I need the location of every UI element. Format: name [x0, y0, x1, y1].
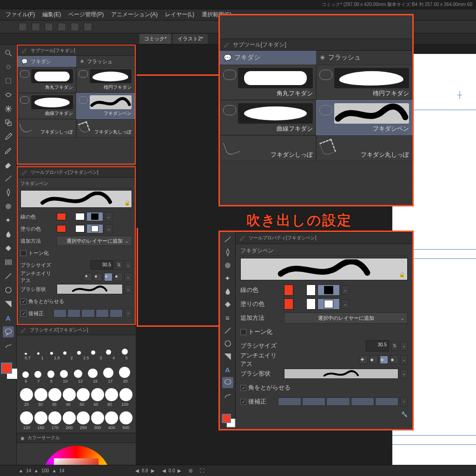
chevron-down-icon[interactable]: ⌄ — [342, 299, 349, 309]
select-rect-icon[interactable] — [3, 75, 14, 86]
brush-tool-icon[interactable] — [222, 234, 233, 245]
menu-edit[interactable]: 編集(E) — [40, 9, 64, 20]
fill-sub-swatch[interactable] — [75, 225, 85, 232]
blend-icon[interactable] — [3, 229, 14, 240]
subtool-balloon-pen[interactable]: フキダシペン — [316, 100, 412, 135]
subtool-balloon-tail[interactable]: フキダシしっぽ — [220, 135, 316, 161]
subtool-curve-balloon[interactable]: 曲線フキダシ — [18, 93, 76, 119]
airbrush-icon[interactable] — [222, 260, 233, 271]
delete-icon[interactable] — [84, 23, 92, 31]
brush-size-dot[interactable] — [25, 353, 26, 355]
dip-pen-icon[interactable] — [222, 247, 233, 258]
brush-size-dot[interactable] — [77, 351, 81, 355]
chevron-down-icon[interactable]: ⌄ — [400, 341, 408, 350]
move-tool-icon[interactable] — [3, 61, 14, 73]
brush-size-dot[interactable] — [63, 411, 76, 424]
brush-size-dot[interactable] — [63, 388, 76, 401]
brush-size-dot[interactable] — [91, 350, 95, 355]
brush-size-dot[interactable] — [20, 388, 33, 401]
chevron-down-icon[interactable]: ⌄ — [105, 212, 112, 221]
move-layer-icon[interactable] — [3, 103, 14, 114]
fill-icon[interactable] — [3, 243, 14, 254]
subtool-balloon-round-tail[interactable]: フキダシ丸しっぽ — [76, 119, 135, 138]
antialias-option-strong[interactable]: ● — [390, 356, 398, 364]
brush-size-dot[interactable] — [50, 352, 53, 355]
fill-sub-swatch[interactable] — [306, 298, 316, 310]
undo-icon[interactable] — [58, 23, 66, 31]
sharpen-checkbox[interactable] — [20, 298, 26, 304]
color-swatches[interactable] — [222, 414, 235, 428]
subtool-balloon-pen[interactable]: フキダシペン — [76, 93, 135, 119]
brush-size-dot[interactable] — [34, 388, 47, 401]
menu-page[interactable]: ページ管理(P) — [66, 9, 106, 20]
brush-size-dot[interactable] — [47, 370, 55, 378]
fill-color-swatch[interactable] — [57, 225, 66, 232]
brush-size-dot[interactable] — [119, 367, 130, 378]
line-color-swatch[interactable] — [284, 284, 293, 296]
new-icon[interactable] — [19, 23, 27, 31]
brush-size-dot[interactable] — [88, 369, 98, 378]
menu-file[interactable]: ファイル(F) — [3, 9, 38, 20]
subtool-tab-flash[interactable]: ✳ フラッシュ — [76, 56, 135, 67]
subtool-ellipse-balloon[interactable]: 楕円フキダシ — [76, 67, 135, 93]
brush-tool-icon[interactable] — [3, 173, 14, 184]
foreground-background-swatch[interactable] — [1, 363, 18, 379]
line-icon[interactable] — [3, 271, 14, 282]
shape-icon[interactable] — [3, 284, 14, 296]
tone-checkbox[interactable] — [20, 250, 26, 256]
line-color-swatch[interactable] — [57, 213, 66, 220]
chevron-down-icon[interactable]: ⌄ — [342, 285, 349, 295]
brush-size-dot[interactable] — [119, 388, 132, 401]
wrench-icon[interactable]: 🔧 — [240, 411, 408, 417]
text-tool-icon[interactable]: A — [222, 364, 233, 375]
lasso-icon[interactable] — [3, 89, 14, 100]
chevron-down-icon[interactable]: ⌄ — [125, 260, 132, 270]
antialias-option-weak[interactable]: ● — [94, 273, 102, 281]
antialias-option-mid[interactable]: ● — [104, 273, 112, 281]
chevron-right-icon[interactable]: › — [400, 397, 408, 406]
subtool-ellipse-balloon[interactable]: 楕円フキダシ — [316, 65, 412, 100]
brush-size-dot[interactable] — [74, 370, 82, 378]
brush-size-dot[interactable] — [91, 411, 104, 424]
gradient-icon[interactable]: ≡ — [222, 312, 233, 323]
chevron-down-icon[interactable]: ⌄ — [105, 224, 112, 233]
antialias-option-strong[interactable]: ● — [114, 273, 123, 281]
subtool-tab-balloon[interactable]: 💬 フキダシ — [220, 51, 316, 65]
line-sub-swatch[interactable] — [75, 213, 85, 220]
brush-shape-preview[interactable] — [284, 369, 398, 379]
line-main-select[interactable] — [86, 212, 103, 221]
antialias-option-weak[interactable]: ● — [370, 356, 378, 364]
subtool-balloon-round-tail[interactable]: フキダシ丸しっぽ — [316, 135, 412, 161]
brush-size-dot[interactable] — [103, 368, 113, 378]
brush-size-dot[interactable] — [77, 388, 90, 401]
lock-icon[interactable]: 🔒 — [399, 271, 404, 277]
brush-size-dot[interactable] — [34, 371, 41, 378]
brush-size-dot[interactable] — [77, 411, 90, 424]
add-method-select[interactable]: 選択中のレイヤーに追加 — [57, 236, 132, 246]
brush-size-dot[interactable] — [63, 351, 66, 355]
blend-icon[interactable] — [222, 286, 233, 297]
stepper-icon[interactable]: ⇅ — [391, 341, 398, 350]
line-sub-swatch[interactable] — [306, 284, 316, 296]
antialias-option-none[interactable]: ✦ — [359, 356, 368, 364]
brush-size-dot[interactable] — [48, 388, 61, 401]
frame-icon[interactable] — [222, 351, 233, 362]
dip-pen-icon[interactable] — [3, 187, 14, 198]
pen-tool-icon[interactable] — [3, 145, 14, 156]
chevron-right-icon[interactable]: › — [125, 309, 132, 318]
view-grid-icon[interactable]: ⊞ — [189, 468, 192, 473]
line-icon[interactable] — [222, 325, 233, 336]
doc-tab-1[interactable]: コミック* — [139, 34, 171, 44]
brush-size-dot[interactable] — [20, 411, 33, 424]
postcorrect-levels[interactable] — [53, 309, 123, 317]
correct-line-icon[interactable] — [222, 390, 233, 401]
lock-icon[interactable]: 🔒 — [124, 200, 130, 205]
subtool-tab-flash[interactable]: ✳ フラッシュ — [316, 51, 412, 65]
chevron-down-icon[interactable]: ⌄ — [400, 369, 408, 378]
subtool-tab-balloon[interactable]: 💬 フキダシ — [18, 56, 76, 67]
zoom-tool-icon[interactable] — [3, 47, 14, 59]
subtool-curve-balloon[interactable]: 曲線フキダシ — [220, 100, 316, 135]
fill-main-select[interactable] — [317, 298, 340, 310]
tone-checkbox[interactable] — [240, 329, 246, 335]
brush-size-dot[interactable] — [106, 350, 111, 355]
